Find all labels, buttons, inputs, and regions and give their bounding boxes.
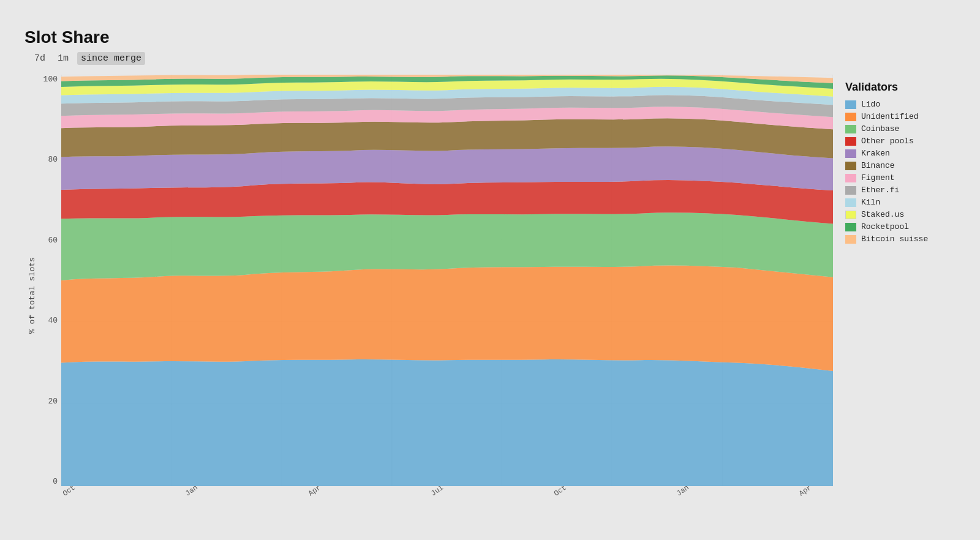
y-tick-20: 20 xyxy=(48,397,58,406)
legend-item-coinbase: Coinbase xyxy=(845,124,956,133)
legend-swatch-other-pools xyxy=(845,137,856,146)
legend-item-figment: Figment xyxy=(845,173,956,182)
y-tick-80: 80 xyxy=(48,155,58,164)
chart-and-x: 0 20 40 60 80 100 xyxy=(39,75,833,517)
x-tick-apr2024: Apr 2024 xyxy=(797,486,833,512)
legend-item-other-pools: Other pools xyxy=(845,137,956,146)
y-tick-60: 60 xyxy=(48,236,58,245)
legend-swatch-coinbase xyxy=(845,125,856,133)
time-controls: 7d 1m since merge xyxy=(31,52,956,65)
legend-item-unidentified: Unidentified xyxy=(845,112,956,121)
time-btn-since-merge[interactable]: since merge xyxy=(77,52,145,65)
legend-swatch-figment xyxy=(845,174,856,182)
legend-label-etherfi: Ether.fi xyxy=(861,186,899,195)
legend: Validators Lido Unidentified Coinbase Ot… xyxy=(833,75,956,517)
legend-label-binance: Binance xyxy=(861,161,895,170)
y-tick-40: 40 xyxy=(48,316,58,325)
legend-label-coinbase: Coinbase xyxy=(861,124,899,133)
y-axis-label: % of total slots xyxy=(24,75,39,517)
legend-label-figment: Figment xyxy=(861,173,895,182)
legend-label-rocketpool: Rocketpool xyxy=(861,222,909,231)
legend-item-lido: Lido xyxy=(845,100,956,109)
time-btn-7d[interactable]: 7d xyxy=(31,52,49,65)
chart-area: % of total slots 0 20 40 60 80 100 xyxy=(24,75,956,517)
legend-label-lido: Lido xyxy=(861,100,880,109)
x-ticks-container: Oct 2022 Jan 2023 Apr 2023 Jul 2023 Oct … xyxy=(39,486,833,517)
legend-swatch-unidentified xyxy=(845,113,856,121)
legend-swatch-lido xyxy=(845,100,856,109)
x-tick-oct2023: Oct 2023 xyxy=(552,486,596,512)
x-tick-jul2023: Jul 2023 xyxy=(429,486,473,512)
legend-swatch-rocketpool xyxy=(845,223,856,231)
legend-title: Validators xyxy=(845,81,956,94)
chart-title: Slot Share xyxy=(24,28,956,47)
chart-with-yaxis: 0 20 40 60 80 100 xyxy=(39,75,833,486)
x-tick-jan2023: Jan 2023 xyxy=(184,486,227,512)
legend-item-bitcoin-suisse: Bitcoin suisse xyxy=(845,234,956,244)
legend-label-kraken: Kraken xyxy=(861,149,890,158)
legend-swatch-bitcoin-suisse xyxy=(845,235,856,244)
legend-item-rocketpool: Rocketpool xyxy=(845,222,956,231)
legend-label-kiln: Kiln xyxy=(861,198,880,207)
x-tick-jan2024: Jan 2024 xyxy=(675,486,718,512)
legend-label-other-pools: Other pools xyxy=(861,137,914,146)
legend-swatch-etherfi xyxy=(845,186,856,195)
main-chart xyxy=(61,75,833,486)
chart-container: Slot Share 7d 1m since merge % of total … xyxy=(12,13,968,527)
x-tick-apr2023: Apr 2023 xyxy=(307,486,350,512)
legend-item-binance: Binance xyxy=(845,161,956,170)
time-btn-1m[interactable]: 1m xyxy=(54,52,72,65)
legend-label-unidentified: Unidentified xyxy=(861,112,919,121)
legend-swatch-binance xyxy=(845,162,856,170)
legend-item-etherfi: Ether.fi xyxy=(845,186,956,195)
legend-swatch-stakedus xyxy=(845,211,856,219)
legend-label-stakedus: Staked.us xyxy=(861,210,904,219)
x-tick-oct2022: Oct 2022 xyxy=(61,486,105,512)
legend-item-kiln: Kiln xyxy=(845,198,956,207)
legend-swatch-kiln xyxy=(845,198,856,207)
y-tick-0: 0 xyxy=(53,477,58,486)
legend-item-kraken: Kraken xyxy=(845,149,956,158)
y-tick-100: 100 xyxy=(43,75,58,84)
legend-label-bitcoin-suisse: Bitcoin suisse xyxy=(861,234,928,244)
legend-item-stakedus: Staked.us xyxy=(845,210,956,219)
legend-swatch-kraken xyxy=(845,149,856,158)
y-ticks: 0 20 40 60 80 100 xyxy=(39,75,61,486)
